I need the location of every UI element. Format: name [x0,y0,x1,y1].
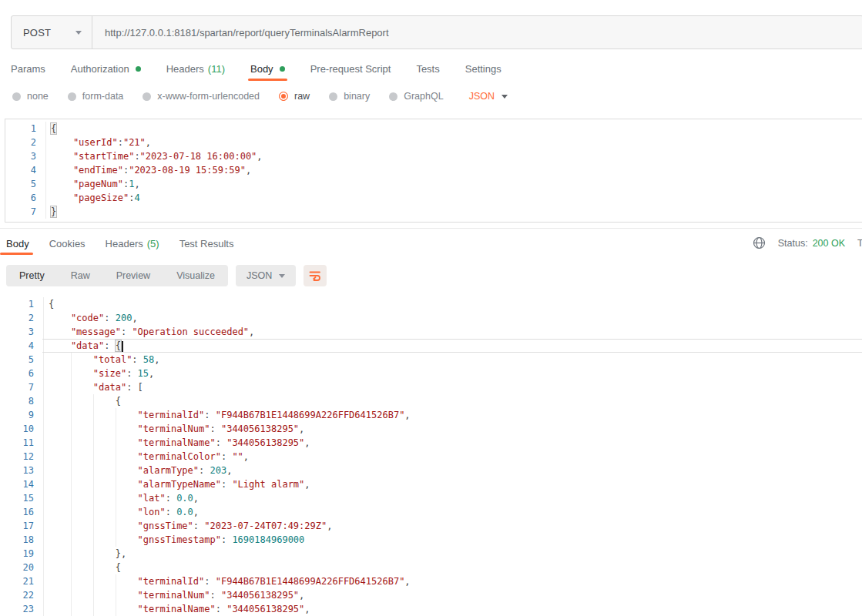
code-token: : [204,576,215,587]
indent-guide [71,533,93,547]
code-line[interactable]: 19}, [0,547,862,561]
code-text: "message": "Operation succeeded", [43,325,862,339]
code-token: "344056138295" [221,424,299,434]
code-line[interactable]: 1{ [5,122,862,136]
code-line[interactable]: 16"lon": 0.0, [0,505,862,519]
code-token: "Light alarm" [232,479,304,490]
line-number: 5 [5,177,36,191]
wrap-text-button[interactable] [304,265,327,286]
radio-icon [68,92,76,101]
code-line[interactable]: 1{ [0,297,862,311]
chevron-down-icon [75,31,82,35]
tab-headers[interactable]: Headers(11) [166,63,225,75]
code-line[interactable]: 4"endTime":"2023-08-19 15:59:59", [5,163,862,177]
code-line[interactable]: 11"terminalName": "344056138295", [0,436,862,450]
code-token: : [134,151,139,162]
code-line[interactable]: 2"userId":"21", [5,136,862,149]
request-language-dropdown[interactable]: JSON [469,91,508,102]
response-view-preview[interactable]: Preview [103,265,163,286]
code-line[interactable]: 6"pageSize":4 [5,191,862,205]
code-line[interactable]: 15"lat": 0.0, [0,491,862,505]
body-mode-raw[interactable]: raw [279,91,310,102]
body-mode-x-www-form-urlencoded[interactable]: x-www-form-urlencoded [143,91,260,102]
radio-icon [279,92,288,101]
code-text: "terminalNum": "344056138295", [43,588,862,602]
body-mode-none[interactable]: none [12,91,49,102]
time-label-truncated: Ti [857,238,862,249]
code-line[interactable]: 10"terminalNum": "344056138295", [0,422,862,436]
method-dropdown[interactable]: POST [12,16,92,49]
code-line[interactable]: 20{ [0,561,862,574]
code-line[interactable]: 18"gnssTimestamp": 1690184969000 [0,533,862,547]
code-token: , [193,493,199,504]
code-text: "startTime":"2023-07-18 16:00:00", [45,149,862,163]
indent-guide [71,450,93,464]
tab-test-results[interactable]: Test Results [179,238,234,249]
tab-params[interactable]: Params [11,63,45,75]
code-token: [ [138,382,143,393]
code-line[interactable]: 2"code": 200, [0,311,862,325]
indent-guide [71,436,93,450]
code-token: : [199,465,210,476]
globe-icon[interactable] [753,236,766,249]
tab-settings[interactable]: Settings [465,63,501,75]
code-text: { [45,122,862,136]
code-line[interactable]: 6"size": 15, [0,367,862,380]
code-line[interactable]: 17"gnssTime": "2023-07-24T07:49:29Z", [0,519,862,533]
tab-authorization[interactable]: Authorization [71,63,141,75]
code-line[interactable]: 12"terminalColor": "", [0,450,862,464]
url-input[interactable]: http://127.0.0.1:8181/spartan/report/que… [92,16,862,49]
code-line[interactable]: 5"pageNum":1, [5,177,862,191]
response-view-pretty[interactable]: Pretty [6,265,58,286]
indent-guide [49,505,71,519]
tab-pre-request-script[interactable]: Pre-request Script [310,63,391,75]
tab-body[interactable]: Body [6,238,29,249]
mode-label: binary [344,91,370,102]
indent-guide [71,394,93,408]
tab-cookies[interactable]: Cookies [49,238,86,249]
code-line[interactable]: 3"startTime":"2023-07-18 16:00:00", [5,149,862,163]
mode-label: x-www-form-urlencoded [157,91,260,102]
code-line[interactable]: 23"terminalName": "344056138295", [0,602,862,616]
indent-guide [116,477,138,491]
request-body-editor[interactable]: 1{2"userId":"21",3"startTime":"2023-07-1… [5,119,862,223]
response-view-visualize[interactable]: Visualize [163,265,228,286]
code-token: : [204,410,215,420]
body-mode-form-data[interactable]: form-data [68,91,124,102]
response-body-editor[interactable]: 1{2"code": 200,3"message": "Operation su… [0,294,862,616]
code-line[interactable]: 5"total": 58, [0,353,862,367]
code-line[interactable]: 3"message": "Operation succeeded", [0,325,862,339]
code-line[interactable]: 7"data": [ [0,380,862,394]
code-line[interactable]: 9"terminalId": "F944B67B1E1448699A226FFD… [0,408,862,422]
line-number: 4 [0,339,34,353]
code-token: "terminalNum" [138,590,210,601]
code-line[interactable]: 14"alarmTypeName": "Light alarm", [0,477,862,491]
body-mode-row: noneform-datax-www-form-urlencodedrawbin… [12,91,508,102]
code-line[interactable]: 4"data": { [0,339,862,353]
code-line[interactable]: 7} [5,205,862,219]
code-line[interactable]: 8{ [0,394,862,408]
code-token: "data" [93,382,126,393]
code-token: "2023-07-18 16:00:00" [140,151,257,162]
tab-tests[interactable]: Tests [416,63,439,75]
indent-guide [116,408,138,422]
radio-icon [389,92,397,101]
mode-label: form-data [82,91,124,102]
code-token: , [226,465,232,476]
tab-headers[interactable]: Headers(5) [106,238,159,249]
indent-guide [49,574,71,588]
code-line[interactable]: 21"terminalId": "F944B67B1E1448699A226FF… [0,574,862,588]
indent-guide [93,394,116,408]
response-view-raw[interactable]: Raw [58,265,103,286]
code-token: : [221,479,232,490]
body-mode-graphql[interactable]: GraphQL [389,91,443,102]
code-token: , [304,479,310,490]
tab-body[interactable]: Body [250,63,285,75]
indent-guide [71,408,93,422]
body-mode-binary[interactable]: binary [329,91,370,102]
code-token: "344056138295" [221,590,299,601]
code-token: "startTime" [73,151,134,162]
code-line[interactable]: 22"terminalNum": "344056138295", [0,588,862,602]
response-language-dropdown[interactable]: JSON [236,265,296,286]
code-line[interactable]: 13"alarmType": 203, [0,464,862,477]
